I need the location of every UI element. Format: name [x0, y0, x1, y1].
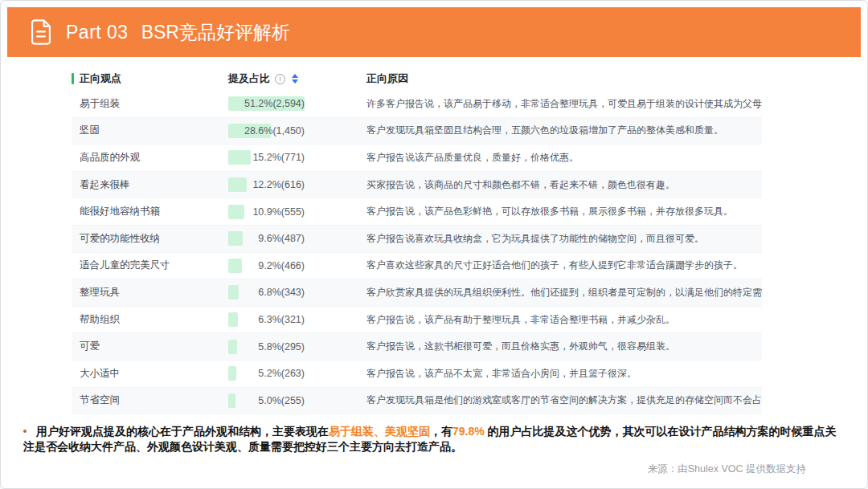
column-header-viewpoint-label: 正向观点 — [80, 71, 121, 86]
sort-caret-icon[interactable] — [292, 74, 298, 84]
mention-value: 6.8%(343) — [258, 287, 305, 298]
viewpoint-cell: 大小适中 — [72, 367, 228, 381]
mention-value: 10.9%(555) — [252, 206, 305, 218]
reason-cell: 客户报告说，该产品不太宽，非常适合小房间，并且篮子很深。 — [366, 367, 762, 381]
mention-value: 9.6%(487) — [258, 233, 305, 244]
page-title: BSR竞品好评解析 — [141, 20, 290, 45]
mention-value: 5.0%(255) — [258, 395, 305, 406]
reason-cell: 客户报告说，该产品有助于整理玩具，非常适合整理书籍，并减少杂乱。 — [366, 313, 762, 327]
reason-cell: 客户发现玩具箱是他们的游戏室或客厅的节省空间的解决方案，提供充足的存储空间而不会… — [366, 393, 762, 407]
table-row: 可爱5.8%(295)客户报告说，这款书柜很可爱，而且价格实惠，外观帅气，很容易… — [72, 333, 762, 361]
mention-bar-wrap: 9.6%(487) — [228, 231, 305, 246]
mention-bar-wrap: 10.9%(555) — [228, 205, 305, 219]
sort-caret-down-icon[interactable] — [292, 79, 298, 84]
table-header: 正向观点 提及占比 i 正向原因 — [72, 67, 762, 91]
mention-value: 9.2%(466) — [258, 260, 305, 271]
reason-cell: 客户发现玩具箱坚固且结构合理，五颜六色的垃圾箱增加了产品的整体美感和质量。 — [366, 124, 762, 137]
mention-value: 28.6%(1,450) — [244, 125, 305, 137]
mention-cell: 6.3%(321) — [228, 312, 366, 327]
mention-value: 6.3%(321) — [258, 314, 305, 325]
mention-bar — [228, 177, 247, 192]
reason-cell: 客户报告说，这款书柜很可爱，而且价格实惠，外观帅气，很容易组装。 — [366, 340, 762, 353]
mention-bar-wrap: 28.6%(1,450) — [228, 124, 305, 138]
mention-cell: 15.2%(771) — [228, 150, 366, 165]
summary-highlight: 易于组装、美观坚固 — [329, 425, 430, 438]
mention-cell: 5.2%(263) — [228, 366, 366, 381]
mention-cell: 5.8%(295) — [228, 340, 366, 354]
summary-segment: 用户好评观点提及的核心在于产品外观和结构，主要表现在 — [36, 425, 329, 438]
reason-cell: 许多客户报告说，该产品易于移动，非常适合整理玩具，可爱且易于组装的设计使其成为父… — [366, 97, 762, 111]
mention-cell: 51.2%(2,594) — [228, 96, 366, 111]
info-circle-icon[interactable]: i — [275, 74, 285, 84]
bullet-dot-icon — [23, 430, 27, 433]
viewpoint-cell: 可爱 — [72, 340, 228, 353]
table-row: 坚固28.6%(1,450)客户发现玩具箱坚固且结构合理，五颜六色的垃圾箱增加了… — [72, 118, 762, 145]
mention-cell: 5.0%(255) — [228, 393, 366, 408]
mention-cell: 6.8%(343) — [228, 285, 366, 300]
mention-bar-wrap: 5.8%(295) — [228, 340, 305, 354]
mention-bar-wrap: 9.2%(466) — [228, 259, 305, 273]
table-row: 适合儿童的完美尺寸9.2%(466)客户喜欢这些家具的尺寸正好适合他们的孩子，有… — [72, 253, 762, 280]
mention-value: 5.8%(295) — [258, 341, 305, 352]
viewpoint-cell: 适合儿童的完美尺寸 — [72, 259, 228, 272]
table-row: 能很好地容纳书籍10.9%(555)客户报告说，该产品色彩鲜艳，可以存放很多书籍… — [72, 198, 762, 226]
data-source-note: 来源：由Shulex VOC 提供数据支持 — [648, 463, 806, 476]
mention-cell: 12.2%(616) — [228, 177, 366, 192]
column-header-reason-label: 正向原因 — [366, 72, 408, 84]
column-header-mention: 提及占比 i — [228, 71, 366, 86]
mention-value: 5.2%(263) — [258, 368, 305, 379]
green-accent-bar — [72, 73, 74, 84]
viewpoint-cell: 高品质的外观 — [72, 151, 228, 165]
viewpoint-cell: 看起来很棒 — [72, 178, 228, 192]
document-icon — [29, 18, 53, 46]
table-row: 大小适中5.2%(263)客户报告说，该产品不太宽，非常适合小房间，并且篮子很深… — [72, 361, 762, 388]
mention-bar — [228, 205, 244, 219]
mention-bar — [228, 312, 238, 327]
viewpoint-cell: 帮助组织 — [72, 313, 228, 327]
summary-text: 用户好评观点提及的核心在于产品外观和结构，主要表现在易于组装、美观坚固，有79.… — [23, 425, 837, 453]
sort-caret-up-icon[interactable] — [292, 74, 298, 78]
viewpoint-cell: 可爱的功能性收纳 — [72, 232, 228, 246]
reason-cell: 客户报告说该产品质量优良，质量好，价格优惠。 — [366, 151, 762, 165]
table-row: 可爱的功能性收纳9.6%(487)客户报告说喜欢玩具收纳盒，它为玩具提供了功能性… — [72, 226, 762, 253]
column-header-mention-label: 提及占比 — [228, 71, 270, 86]
viewpoint-cell: 整理玩具 — [72, 286, 228, 300]
table-row: 整理玩具6.8%(343)客户欣赏家具提供的玩具组织便利性。他们还提到，组织者是… — [72, 279, 762, 307]
section-header: Part 03 BSR竞品好评解析 — [7, 7, 861, 57]
mention-bar — [228, 259, 242, 273]
mention-bar-wrap: 5.0%(255) — [228, 393, 305, 408]
mention-cell: 9.2%(466) — [228, 259, 366, 273]
mention-bar-wrap: 15.2%(771) — [228, 150, 305, 165]
mention-bar-wrap: 6.8%(343) — [228, 285, 305, 300]
mention-bar-wrap: 5.2%(263) — [228, 366, 305, 381]
reason-cell: 客户欣赏家具提供的玩具组织便利性。他们还提到，组织者是可定制的，以满足他们的特定… — [366, 286, 762, 300]
table-row: 节省空间5.0%(255)客户发现玩具箱是他们的游戏室或客厅的节省空间的解决方案… — [72, 388, 762, 415]
table-row: 帮助组织6.3%(321)客户报告说，该产品有助于整理玩具，非常适合整理书籍，并… — [72, 307, 762, 334]
mention-cell: 28.6%(1,450) — [228, 124, 366, 138]
table-row: 看起来很棒12.2%(616)买家报告说，该商品的尺寸和颜色都不错，看起来不错，… — [72, 172, 762, 199]
mention-bar-wrap: 12.2%(616) — [228, 177, 305, 192]
summary-segment: ，有 — [430, 425, 452, 438]
table-body: 易于组装51.2%(2,594)许多客户报告说，该产品易于移动，非常适合整理玩具… — [72, 91, 762, 414]
mention-bar-wrap: 51.2%(2,594) — [228, 96, 305, 111]
reason-cell: 客户报告说，该产品色彩鲜艳，可以存放很多书籍，展示很多书籍，并存放很多玩具。 — [366, 205, 762, 218]
viewpoint-cell: 易于组装 — [72, 97, 228, 111]
mention-bar — [228, 340, 237, 354]
mention-bar — [228, 285, 239, 300]
summary-highlight: 79.8% — [452, 425, 485, 438]
mention-value: 51.2%(2,594) — [244, 98, 305, 109]
mention-bar — [228, 393, 235, 408]
viewpoint-cell: 节省空间 — [72, 393, 228, 407]
column-header-viewpoint: 正向观点 — [72, 71, 228, 86]
mention-value: 15.2%(771) — [252, 152, 305, 163]
mention-bar-wrap: 6.3%(321) — [228, 312, 305, 327]
summary-note: 用户好评观点提及的核心在于产品外观和结构，主要表现在易于组装、美观坚固，有79.… — [23, 424, 837, 454]
reason-cell: 客户喜欢这些家具的尺寸正好适合他们的孩子，有些人提到它非常适合蹒跚学步的孩子。 — [366, 259, 762, 272]
table-row: 高品质的外观15.2%(771)客户报告说该产品质量优良，质量好，价格优惠。 — [72, 145, 762, 172]
mention-value: 12.2%(616) — [252, 179, 305, 190]
reason-cell: 客户报告说喜欢玩具收纳盒，它为玩具提供了功能性的储物空间，而且很可爱。 — [366, 232, 762, 246]
mention-bar — [228, 366, 236, 381]
reason-cell: 买家报告说，该商品的尺寸和颜色都不错，看起来不错，颜色也很有趣。 — [366, 178, 762, 192]
viewpoint-cell: 坚固 — [72, 124, 228, 137]
table-row: 易于组装51.2%(2,594)许多客户报告说，该产品易于移动，非常适合整理玩具… — [72, 91, 762, 118]
